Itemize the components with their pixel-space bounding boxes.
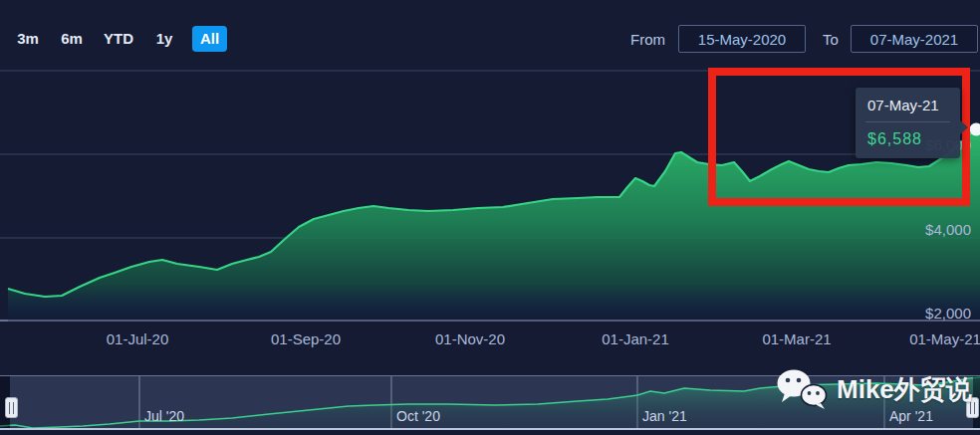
- navigator-label-jul20: Jul '20: [144, 408, 184, 424]
- navigator-label-oct20: Oct '20: [396, 408, 440, 424]
- navigator-label-jan21: Jan '21: [642, 408, 687, 424]
- from-date-input[interactable]: [678, 25, 806, 53]
- handle-grip-icon: [9, 402, 14, 414]
- wechat-icon: [775, 368, 831, 410]
- y-axis-label-4000: $4,000: [901, 221, 971, 238]
- navigator-bottom-border: [0, 428, 980, 430]
- x-axis-label-may21: 01-May-21: [890, 330, 980, 347]
- tooltip-value: $6,588: [867, 130, 948, 148]
- y-axis-label-2000: $2,000: [901, 305, 971, 322]
- range-button-all[interactable]: All: [192, 26, 227, 52]
- x-axis-label-jul20: 01-Jul-20: [83, 330, 192, 347]
- range-button-ytd[interactable]: YTD: [98, 26, 139, 52]
- chart-screen: 3m 6m YTD 1y All From To $6,000 $4,000 $…: [0, 0, 980, 435]
- navigator-label-apr21: Apr '21: [889, 408, 933, 424]
- tooltip-arrow: [959, 119, 968, 135]
- x-axis-label-mar21: 01-Mar-21: [742, 330, 852, 347]
- toolbar: 3m 6m YTD 1y All From To: [0, 0, 980, 60]
- x-axis-label-jan21: 01-Jan-21: [581, 330, 690, 347]
- to-label: To: [823, 31, 839, 48]
- range-button-6m[interactable]: 6m: [58, 26, 86, 52]
- x-axis-label-nov20: 01-Nov-20: [415, 330, 525, 347]
- range-button-1y[interactable]: 1y: [151, 26, 177, 52]
- watermark-text: Mike外贸说: [837, 372, 972, 407]
- range-button-3m[interactable]: 3m: [14, 26, 42, 52]
- chart-tooltip: 07-May-21 $6,588: [856, 88, 960, 158]
- to-date-input[interactable]: [851, 25, 978, 53]
- tooltip-date: 07-May-21: [867, 97, 948, 113]
- tooltip-divider: [865, 121, 950, 122]
- x-axis-label-sep20: 01-Sep-20: [251, 330, 361, 347]
- navigator-left-handle[interactable]: [5, 397, 18, 418]
- watermark: Mike外贸说: [775, 368, 972, 410]
- from-label: From: [630, 31, 665, 48]
